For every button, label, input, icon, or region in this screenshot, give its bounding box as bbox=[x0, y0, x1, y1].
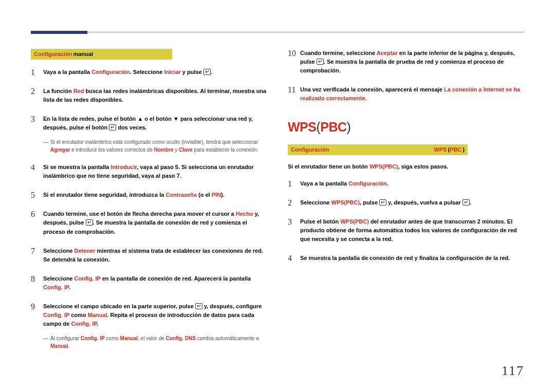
text-run: La función bbox=[43, 88, 73, 94]
red-keyword: Config. IP bbox=[81, 335, 105, 341]
text-run: Cuando termine, use el botón de flecha d… bbox=[43, 211, 236, 217]
text-run: ). bbox=[221, 192, 225, 198]
step-number: 5 bbox=[31, 189, 40, 202]
text-run: en la pantalla de conexión de red. Apare… bbox=[101, 275, 251, 282]
step-number: 3 bbox=[31, 113, 40, 126]
text-run: . Se muestra la pantalla de prueba de re… bbox=[300, 59, 504, 73]
text-run: . bbox=[68, 343, 69, 349]
red-keyword: Detener bbox=[75, 248, 96, 254]
text-run: Al configurar bbox=[50, 335, 81, 341]
step-item: 4Si se muestra la pantalla Introducir, v… bbox=[31, 163, 267, 180]
step-item: 3En la lista de redes, pulse el botón ▲ … bbox=[31, 115, 267, 132]
section-heading-wps: WPS(PBC) bbox=[288, 117, 524, 137]
text-run: . bbox=[387, 180, 388, 186]
red-keyword: WPS bbox=[288, 120, 316, 134]
text-run: . bbox=[470, 199, 471, 206]
text-run: , el valor de bbox=[138, 335, 165, 341]
enter-icon bbox=[379, 199, 386, 206]
red-keyword: WPS(PBC) bbox=[340, 218, 369, 225]
text-run: . bbox=[97, 321, 98, 327]
enter-icon bbox=[195, 303, 202, 309]
step-item: 5Si el enrutador tiene seguridad, introd… bbox=[31, 191, 267, 199]
text-run: Se muestra la pantalla de conexión de re… bbox=[300, 255, 510, 261]
step-number: 6 bbox=[31, 208, 40, 221]
page-number: 117 bbox=[502, 363, 524, 379]
text-run: ) bbox=[462, 146, 465, 153]
left-column: Configuración manual 1Vaya a la pantalla… bbox=[31, 49, 267, 359]
step-number: 2 bbox=[288, 197, 297, 210]
two-column-layout: Configuración manual 1Vaya a la pantalla… bbox=[31, 0, 524, 359]
step-number: 8 bbox=[31, 273, 40, 286]
text-run: Si el enrutador tiene un botón bbox=[288, 163, 369, 170]
text-run: Seleccione bbox=[43, 248, 75, 254]
red-keyword: Nombre bbox=[154, 147, 174, 153]
red-keyword: Clave bbox=[179, 147, 193, 153]
step-number: 2 bbox=[31, 85, 40, 98]
right-top-steps-list: 10Cuando termine, seleccione Aceptar en … bbox=[288, 49, 524, 103]
step-item: 10Cuando termine, seleccione Aceptar en … bbox=[288, 49, 524, 75]
enter-icon bbox=[462, 199, 470, 206]
step-number: 7 bbox=[31, 245, 40, 258]
step-number: 1 bbox=[288, 178, 297, 191]
text-run: Si el enrutador inalámbrico está configu… bbox=[50, 139, 258, 145]
step-number: 1 bbox=[31, 66, 40, 79]
red-keyword: PBC bbox=[320, 120, 346, 134]
step-number: 4 bbox=[31, 161, 40, 174]
red-keyword: Config. IP bbox=[43, 312, 69, 318]
text-run: o el botón bbox=[143, 116, 173, 122]
text-run: ) bbox=[347, 120, 351, 134]
text-run: Seleccione bbox=[43, 275, 75, 282]
step-note: ―Si el enrutador inalámbrico está config… bbox=[43, 138, 263, 154]
text-run: como bbox=[105, 335, 120, 341]
right-title-red: Configuración bbox=[291, 145, 329, 154]
red-keyword: Configuración bbox=[348, 180, 387, 186]
text-run: Si el enrutador tiene seguridad, introdu… bbox=[43, 192, 165, 198]
step-item: 6Cuando termine, use el botón de flecha … bbox=[31, 210, 267, 236]
step-number: 4 bbox=[288, 252, 297, 265]
note-dash: ― bbox=[43, 334, 48, 342]
red-keyword: Agregar bbox=[50, 147, 70, 153]
step-item: 11Una vez verificada la conexión, aparec… bbox=[288, 85, 524, 103]
step-item: 7Seleccione Detener mientras el sistema … bbox=[31, 247, 267, 264]
text-run: Vaya a la pantalla bbox=[43, 69, 91, 75]
step-item: 8Seleccione Config. IP en la pantalla de… bbox=[31, 274, 267, 292]
step-item: 2Seleccione WPS(PBC), pulse y, después, … bbox=[288, 198, 524, 207]
red-keyword: Contraseña bbox=[165, 192, 197, 198]
header-accent bbox=[31, 31, 87, 34]
text-run: Si se muestra la pantalla bbox=[43, 164, 110, 170]
text-run: como bbox=[69, 312, 87, 318]
step-item: 3Pulse el botón WPS(PBC) del enrutador a… bbox=[288, 217, 524, 244]
red-keyword: WPS(PBC) bbox=[331, 199, 360, 206]
text-run: cambia automáticamente a bbox=[196, 335, 259, 341]
step-number: 9 bbox=[31, 301, 40, 313]
text-run: Cuando termine, seleccione bbox=[300, 50, 377, 56]
text-run: e introducir los valores correctos de bbox=[70, 147, 154, 153]
right-title-paren: WPS(PBC) bbox=[434, 145, 465, 154]
text-run: y bbox=[174, 147, 179, 153]
red-keyword: Manual bbox=[120, 335, 138, 341]
text-run: Seleccione el campo ubicado en la parte … bbox=[43, 303, 195, 309]
right-steps-list: 1Vaya a la pantalla Configuración.2Selec… bbox=[288, 179, 524, 263]
left-steps-list: 1Vaya a la pantalla Configuración. Selec… bbox=[31, 68, 267, 350]
red-keyword: Config. IP bbox=[75, 275, 101, 282]
red-keyword: Iniciar bbox=[164, 69, 180, 75]
enter-icon bbox=[86, 219, 93, 226]
header-rule bbox=[31, 32, 524, 33]
text-run: En la lista de redes, pulse el botón bbox=[43, 116, 137, 122]
text-run: Una vez verificada la conexión, aparecer… bbox=[300, 86, 444, 92]
red-keyword: Introducir bbox=[110, 164, 137, 170]
text-run: y, después, vuelva a pulsar bbox=[386, 199, 462, 206]
step-note: ―Al configurar Config. IP como Manual, e… bbox=[43, 334, 263, 350]
text-run: , pulse bbox=[360, 199, 379, 206]
text-run: Seleccione bbox=[300, 199, 331, 206]
red-keyword: PIN bbox=[212, 192, 221, 198]
step-number: 10 bbox=[288, 47, 297, 60]
red-keyword: Manual bbox=[88, 312, 107, 318]
red-keyword: Hecho bbox=[236, 211, 253, 217]
text-run: ▲ bbox=[137, 116, 143, 122]
manual-page: Configuración manual 1Vaya a la pantalla… bbox=[0, 0, 555, 392]
left-title-red: Configuración bbox=[34, 50, 72, 59]
red-keyword: Manual bbox=[50, 343, 68, 349]
red-keyword: Aceptar bbox=[377, 50, 398, 56]
red-keyword: PBC bbox=[450, 146, 461, 153]
